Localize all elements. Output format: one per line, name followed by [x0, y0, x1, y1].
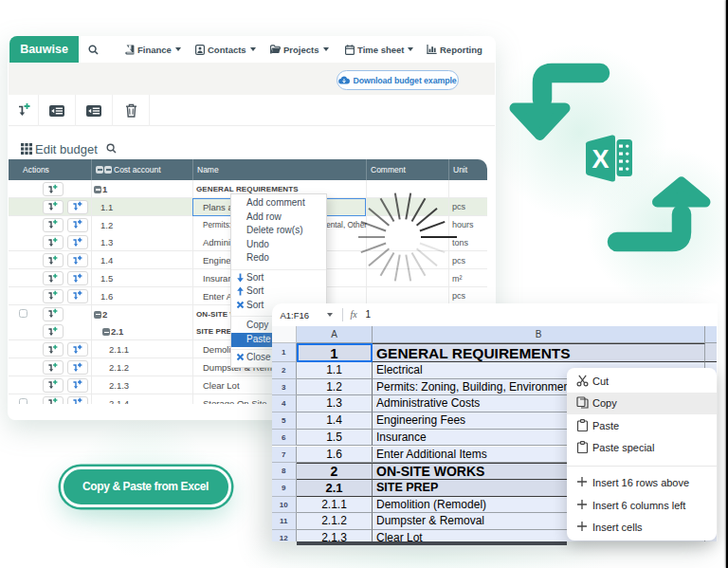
svg-text:X: X — [592, 145, 609, 174]
